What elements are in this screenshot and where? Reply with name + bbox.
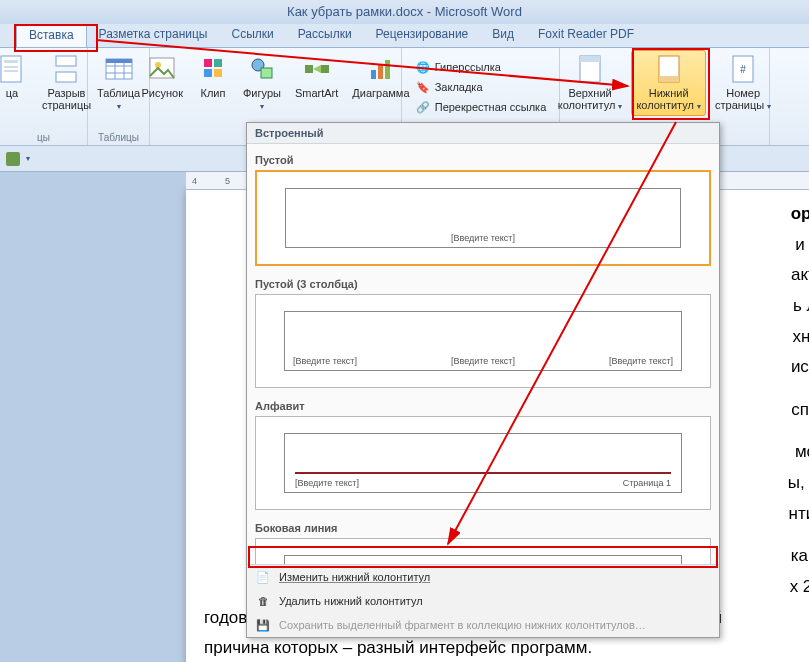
tab-references[interactable]: Ссылки	[219, 24, 285, 47]
footer-button[interactable]: Нижний колонтитул ▾	[631, 50, 706, 116]
picture-icon	[146, 53, 178, 85]
svg-rect-16	[204, 69, 212, 77]
svg-rect-20	[305, 65, 313, 73]
option-side-label: Боковая линия	[255, 516, 711, 538]
smartart-icon	[301, 53, 333, 85]
gallery-title: Встроенный	[247, 123, 719, 144]
group-pages-title: цы	[37, 132, 50, 145]
svg-rect-17	[214, 69, 222, 77]
svg-text:#: #	[740, 64, 746, 75]
tab-foxit[interactable]: Foxit Reader PDF	[526, 24, 646, 47]
option-empty-label: Пустой	[255, 148, 711, 170]
option-empty[interactable]: [Введите текст]	[255, 170, 711, 266]
delete-footer-item[interactable]: 🗑 Удалить нижний колонтитул	[247, 589, 719, 613]
svg-rect-5	[56, 72, 76, 82]
page-break-label: Разрыв страницы	[42, 87, 91, 111]
svg-rect-29	[659, 76, 679, 82]
qat-item[interactable]	[6, 152, 20, 166]
save-selection-item: 💾 Сохранить выделенный фрагмент в коллек…	[247, 613, 719, 637]
option-alpha-label: Алфавит	[255, 394, 711, 416]
svg-rect-21	[321, 65, 329, 73]
shapes-button[interactable]: Фигуры▾	[238, 50, 286, 116]
table-icon	[103, 53, 135, 85]
footer-label: Нижний колонтитул ▾	[636, 87, 701, 113]
qat-dropdown-icon[interactable]: ▾	[26, 154, 30, 163]
globe-icon: 🌐	[415, 59, 431, 75]
picture-button[interactable]: Рисунок	[136, 50, 188, 116]
group-tables-title: Таблицы	[98, 132, 139, 145]
option-alphabet[interactable]: [Введите текст] Страница 1	[255, 416, 711, 510]
svg-rect-24	[378, 64, 383, 79]
chart-label: Диаграмма	[352, 87, 409, 99]
svg-rect-0	[1, 56, 21, 82]
tab-mailings[interactable]: Рассылки	[286, 24, 364, 47]
table-label: Таблица▾	[97, 87, 140, 113]
header-icon	[574, 53, 606, 85]
page-icon	[0, 53, 28, 85]
footer-icon	[653, 53, 685, 85]
clip-label: Клип	[201, 87, 226, 99]
page-number-icon: #	[727, 53, 759, 85]
cover-page-button[interactable]: ца	[0, 50, 33, 114]
cover-label: ца	[6, 87, 18, 99]
svg-rect-11	[106, 59, 132, 63]
tab-layout[interactable]: Разметка страницы	[87, 24, 220, 47]
svg-rect-27	[580, 56, 600, 62]
svg-rect-14	[204, 59, 212, 67]
page-break-icon	[51, 53, 83, 85]
save-icon: 💾	[255, 617, 271, 633]
tab-review[interactable]: Рецензирование	[364, 24, 481, 47]
delete-icon: 🗑	[255, 593, 271, 609]
svg-rect-4	[56, 56, 76, 66]
chart-icon	[365, 53, 397, 85]
header-label: Верхний колонтитул ▾	[558, 87, 623, 113]
crossref-button[interactable]: 🔗Перекрестная ссылка	[413, 98, 549, 116]
svg-rect-25	[385, 60, 390, 79]
shapes-label: Фигуры▾	[243, 87, 281, 113]
edit-footer-item[interactable]: 📄 Изменить нижний колонтитул	[247, 565, 719, 589]
svg-rect-1	[4, 60, 18, 63]
svg-marker-22	[313, 65, 321, 73]
ribbon-tabs: Вставка Разметка страницы Ссылки Рассылк…	[0, 24, 809, 48]
page-number-label: Номер страницы ▾	[715, 87, 771, 113]
svg-rect-15	[214, 59, 222, 67]
picture-label: Рисунок	[141, 87, 183, 99]
svg-rect-12	[150, 58, 174, 78]
smartart-label: SmartArt	[295, 87, 338, 99]
svg-rect-23	[371, 70, 376, 79]
clip-button[interactable]: Клип	[192, 50, 234, 116]
title-bar: Как убрать рамки.docx - Microsoft Word	[0, 0, 809, 24]
tab-view[interactable]: Вид	[480, 24, 526, 47]
header-button[interactable]: Верхний колонтитул ▾	[553, 50, 628, 116]
page-number-button[interactable]: # Номер страницы ▾	[710, 50, 776, 116]
svg-rect-2	[4, 66, 18, 68]
footer-gallery-dropdown: Встроенный Пустой [Введите текст] Пустой…	[246, 122, 720, 638]
bookmark-button[interactable]: 🔖Закладка	[413, 78, 549, 96]
clip-icon	[197, 53, 229, 85]
doc-text: причина которых – разный интерфейс прогр…	[204, 636, 809, 661]
hyperlink-button[interactable]: 🌐Гиперссылка	[413, 58, 549, 76]
svg-rect-19	[261, 68, 272, 78]
option-sideline[interactable]: ⎮	[255, 538, 711, 564]
option-empty3-label: Пустой (3 столбца)	[255, 272, 711, 294]
shapes-icon	[246, 53, 278, 85]
bookmark-icon: 🔖	[415, 79, 431, 95]
svg-rect-3	[4, 70, 18, 72]
edit-icon: 📄	[255, 569, 271, 585]
tab-insert[interactable]: Вставка	[16, 24, 87, 47]
option-empty-3col[interactable]: [Введите текст] [Введите текст] [Введите…	[255, 294, 711, 388]
smartart-button[interactable]: SmartArt	[290, 50, 343, 116]
crossref-icon: 🔗	[415, 99, 431, 115]
